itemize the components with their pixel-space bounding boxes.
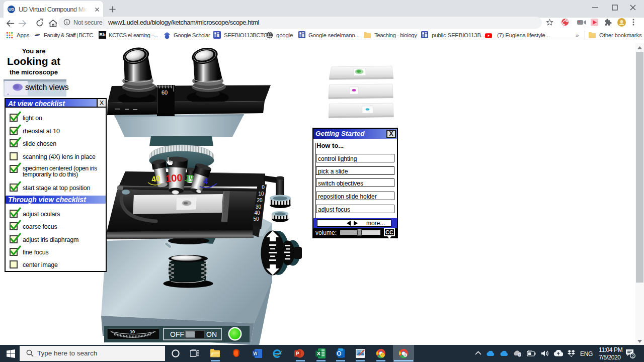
svg-text:2: 2 bbox=[631, 353, 634, 358]
svg-text:10: 10 bbox=[130, 329, 135, 334]
svg-text:10: 10 bbox=[186, 173, 193, 181]
svg-text:10: 10 bbox=[258, 191, 264, 197]
svg-text:OFF: OFF bbox=[170, 330, 184, 338]
svg-text:60: 60 bbox=[162, 89, 168, 96]
svg-text:40: 40 bbox=[151, 174, 162, 184]
svg-text:ON: ON bbox=[206, 330, 217, 338]
svg-text:40: 40 bbox=[254, 210, 260, 216]
svg-text:100: 100 bbox=[166, 172, 183, 184]
svg-text:50: 50 bbox=[253, 216, 259, 222]
svg-text:0: 0 bbox=[262, 185, 265, 190]
svg-text:30: 30 bbox=[256, 204, 262, 210]
svg-text:20: 20 bbox=[257, 198, 263, 203]
